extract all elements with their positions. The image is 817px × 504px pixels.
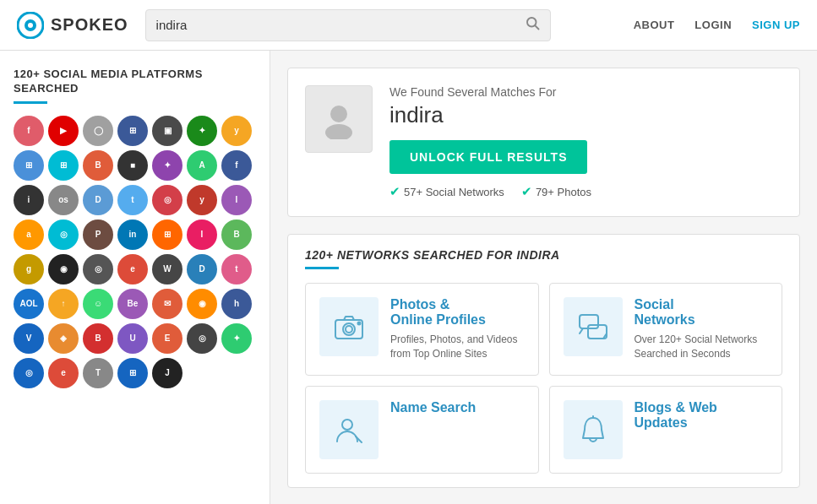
- social-icon-39: ✉: [152, 289, 182, 319]
- search-input[interactable]: [156, 18, 525, 32]
- networks-section: 120+ NETWORKS SEARCHED FOR INDIRA: [287, 234, 800, 488]
- result-found-text: We Found Several Matches For: [389, 85, 782, 99]
- social-icon-41: h: [221, 289, 252, 319]
- check-icon-social: ✔: [389, 184, 400, 199]
- social-icon-1: ▶: [48, 116, 79, 146]
- nav-login[interactable]: LOGIN: [694, 19, 732, 31]
- icon-grid: f▶◯⊞▣✦y⊞⊞B■✦AfiosDt◎yIa◎Pin⊞IBg◉◎eWDtAOL…: [14, 116, 256, 388]
- check-icon-photos: ✔: [521, 184, 532, 199]
- nav-signup[interactable]: SIGN UP: [752, 19, 800, 31]
- header-nav: ABOUT LOGIN SIGN UP: [634, 19, 800, 31]
- social-icon-2: ◯: [83, 116, 113, 146]
- network-icon-box-photos: [319, 297, 379, 356]
- content: We Found Several Matches For indira UNLO…: [270, 51, 817, 504]
- social-icon-3: ⊞: [117, 116, 148, 146]
- svg-line-4: [535, 25, 538, 29]
- network-social-desc: Over 120+ Social Networks Searched in Se…: [635, 333, 769, 361]
- network-photos-title: Photos &Online Profiles: [390, 297, 525, 328]
- stat-photos-text: 79+ Photos: [536, 186, 591, 198]
- social-icon-26: I: [187, 219, 217, 250]
- social-icon-42: V: [14, 323, 44, 354]
- social-icon-35: AOL: [14, 289, 44, 319]
- social-icon-38: Be: [117, 289, 148, 319]
- main-layout: 120+ SOCIAL MEDIA PLATFORMS SEARCHED f▶◯…: [0, 51, 817, 504]
- stat-social-text: 57+ Social Networks: [404, 186, 504, 198]
- search-button[interactable]: [525, 15, 540, 35]
- result-stats: ✔ 57+ Social Networks ✔ 79+ Photos: [389, 184, 782, 199]
- social-icon-15: os: [48, 185, 79, 215]
- avatar-icon: [319, 99, 359, 139]
- network-card-name: Name Search: [305, 386, 539, 474]
- svg-point-2: [28, 23, 33, 28]
- social-icon-37: ☺: [83, 289, 113, 319]
- network-icon-box-name: [319, 400, 379, 459]
- social-icon-34: t: [221, 254, 252, 285]
- stat-photos: ✔ 79+ Photos: [521, 184, 591, 199]
- sidebar: 120+ SOCIAL MEDIA PLATFORMS SEARCHED f▶◯…: [0, 51, 270, 504]
- social-icon-22: ◎: [48, 219, 79, 250]
- nav-about[interactable]: ABOUT: [634, 19, 675, 31]
- network-card-social-content: SocialNetworks Over 120+ Social Networks…: [635, 297, 769, 361]
- social-icon-51: T: [83, 358, 113, 388]
- svg-point-6: [325, 124, 352, 139]
- svg-point-9: [346, 326, 352, 333]
- social-icon-36: ↑: [48, 289, 79, 319]
- network-icon-box-blogs: [564, 400, 623, 459]
- social-icon-45: U: [117, 323, 148, 354]
- avatar-placeholder: [305, 85, 373, 153]
- logo[interactable]: SPOKEO: [17, 12, 128, 39]
- social-icon-13: f: [221, 150, 252, 181]
- network-card-blogs-content: Blogs & WebUpdates: [635, 400, 717, 436]
- social-icon-53: J: [152, 358, 182, 388]
- chat-icon: [576, 310, 610, 344]
- social-icon-19: y: [187, 185, 217, 215]
- person-search-icon: [332, 413, 366, 447]
- social-icon-17: t: [117, 185, 148, 215]
- social-icon-52: ⊞: [117, 358, 148, 388]
- logo-text: SPOKEO: [51, 15, 128, 35]
- social-icon-50: e: [48, 358, 79, 388]
- unlock-button[interactable]: UNLOCK FULL RESULTS: [389, 140, 587, 174]
- network-card-blogs: Blogs & WebUpdates: [549, 386, 783, 474]
- network-icon-box-social: [564, 297, 623, 356]
- social-icon-30: ◎: [83, 254, 113, 285]
- social-icon-7: ⊞: [14, 150, 44, 181]
- svg-point-10: [358, 322, 361, 325]
- social-icon-29: ◉: [48, 254, 79, 285]
- network-card-name-content: Name Search: [390, 400, 476, 420]
- social-icon-33: D: [187, 254, 217, 285]
- networks-header-name: INDIRA: [516, 248, 559, 262]
- social-icon-10: ■: [117, 150, 148, 181]
- social-icon-8: ⊞: [48, 150, 79, 181]
- bell-icon: [576, 413, 610, 447]
- network-photos-desc: Profiles, Photos, and Videos from Top On…: [390, 333, 525, 361]
- social-icon-4: ▣: [152, 116, 182, 146]
- social-icon-24: in: [117, 219, 148, 250]
- social-icon-47: ◎: [187, 323, 217, 354]
- spokeo-logo-icon: [17, 12, 44, 39]
- sidebar-underline: [14, 101, 47, 104]
- search-bar: [145, 9, 551, 41]
- network-card-photos-content: Photos &Online Profiles Profiles, Photos…: [390, 297, 525, 361]
- social-icon-49: ◎: [14, 358, 44, 388]
- search-icon: [525, 15, 540, 30]
- sidebar-title: 120+ SOCIAL MEDIA PLATFORMS SEARCHED: [14, 68, 256, 96]
- social-icon-40: ◉: [187, 289, 217, 319]
- social-icon-21: a: [14, 219, 44, 250]
- networks-grid: Photos &Online Profiles Profiles, Photos…: [305, 283, 782, 474]
- result-info: We Found Several Matches For indira UNLO…: [389, 85, 782, 199]
- social-icon-48: ✦: [221, 323, 252, 354]
- social-icon-31: e: [117, 254, 148, 285]
- stat-social: ✔ 57+ Social Networks: [389, 184, 504, 199]
- social-icon-18: ◎: [152, 185, 182, 215]
- social-icon-0: f: [14, 116, 44, 146]
- svg-point-5: [330, 106, 347, 122]
- social-icon-25: ⊞: [152, 219, 182, 250]
- network-name-title: Name Search: [390, 400, 476, 415]
- camera-icon: [332, 310, 366, 344]
- network-card-photos: Photos &Online Profiles Profiles, Photos…: [305, 283, 539, 376]
- social-icon-27: B: [221, 219, 252, 250]
- header: SPOKEO ABOUT LOGIN SIGN UP: [0, 0, 817, 51]
- network-card-social: SocialNetworks Over 120+ Social Networks…: [549, 283, 783, 376]
- networks-header-prefix: 120+ NETWORKS SEARCHED FOR: [305, 248, 516, 262]
